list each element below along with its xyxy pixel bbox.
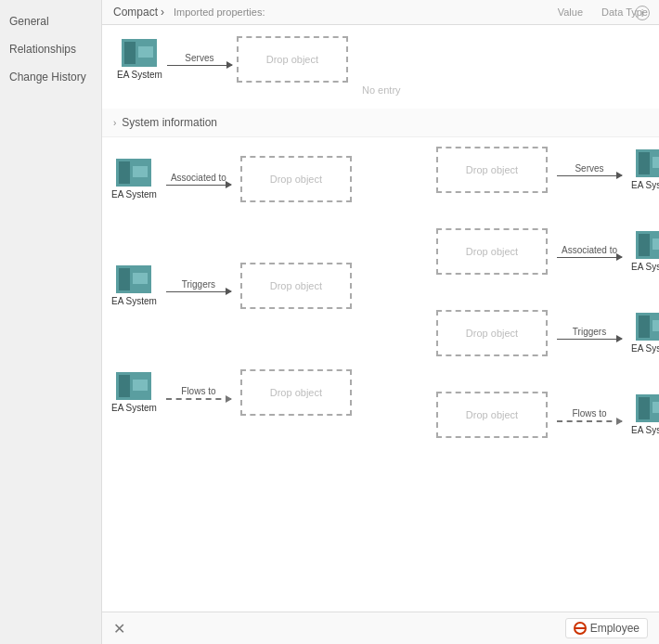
svg-rect-19 [639, 316, 650, 338]
serves-arrow-label: Serves [185, 53, 213, 63]
ea-block-right-2: EA System [631, 231, 659, 272]
serves-right-line [557, 175, 622, 176]
assoc-right-arrow: Associated to [548, 245, 631, 258]
no-entry-icon [574, 622, 587, 635]
right-row-triggers: Drop object Triggers EA System [436, 310, 659, 356]
main-panel: Compact › Imported properties: Value Dat… [102, 0, 659, 644]
sidebar-item-general[interactable]: General [0, 9, 101, 33]
triggers-right-line [557, 339, 622, 340]
serves-right-label: Serves [575, 163, 603, 174]
close-button[interactable]: ✕ [113, 620, 125, 638]
compact-button[interactable]: Compact › [113, 6, 164, 19]
imported-label: Imported properties: [174, 6, 265, 18]
svg-rect-2 [138, 46, 153, 58]
ea-block-right-4: EA System [631, 394, 659, 435]
left-row-triggers: EA System Triggers Drop object [111, 263, 352, 309]
drop-label-right-1: Drop object [466, 164, 518, 175]
no-entry-text: No entry [362, 81, 401, 99]
ea-block-left-3: EA System [111, 372, 157, 413]
left-diagram: EA System Associated to Drop object [111, 156, 352, 444]
ea-block-right-1: EA System [631, 149, 659, 190]
right-row-associated: Drop object Associated to EA System [436, 228, 659, 275]
drop-box-right-3[interactable]: Drop object [436, 310, 548, 356]
drop-label-top: Drop object [266, 54, 318, 65]
triggers-arrow: Triggers [157, 279, 240, 292]
triggers-right-label: Triggers [573, 327, 606, 337]
ea-block-top-left: EA System [117, 39, 162, 80]
ea-block-left-2: EA System [111, 265, 157, 306]
svg-rect-14 [653, 157, 659, 168]
drop-box-left-3[interactable]: Drop object [240, 369, 352, 416]
svg-rect-1 [124, 42, 136, 64]
ea-label-right-2: EA System [631, 262, 659, 272]
left-row-associated: EA System Associated to Drop object [111, 156, 352, 202]
compact-label: Compact [113, 6, 158, 19]
drop-label-left-3: Drop object [270, 387, 322, 398]
chevron-right-icon: › [161, 6, 164, 19]
ea-label-right-3: EA System [631, 343, 659, 354]
assoc-right-line [557, 257, 622, 258]
sidebar-item-relationships[interactable]: Relationships [0, 37, 101, 61]
sidebar: General Relationships Change History [0, 0, 102, 644]
flows-right-label: Flows to [572, 408, 606, 419]
drop-box-top[interactable]: Drop object [237, 36, 348, 83]
associated-label: Associated to [171, 173, 226, 183]
flows-right-arrow: Flows to [548, 408, 631, 422]
drop-label-right-4: Drop object [466, 409, 518, 420]
svg-rect-5 [133, 166, 148, 177]
drop-label-left-2: Drop object [270, 280, 322, 291]
ea-icon-right-1 [636, 149, 659, 177]
value-label: Value [558, 6, 583, 18]
associated-line [166, 185, 231, 186]
left-row-flows: EA System Flows to Drop object [111, 369, 352, 416]
triggers-label: Triggers [182, 279, 215, 290]
drop-label-right-2: Drop object [466, 246, 518, 257]
system-info-header[interactable]: › System information [102, 109, 659, 137]
svg-rect-7 [119, 268, 130, 290]
svg-rect-11 [133, 380, 148, 391]
ea-icon-right-2 [636, 231, 659, 259]
flows-label: Flows to [181, 386, 215, 396]
associated-arrow: Associated to [157, 173, 240, 186]
ea-icon-left-3 [116, 372, 151, 400]
svg-rect-17 [653, 238, 659, 250]
ea-block-left-1: EA System [111, 159, 157, 200]
drop-box-right-2[interactable]: Drop object [436, 228, 548, 275]
right-diagram: Drop object Serves EA System [436, 147, 659, 455]
flows-arrow: Flows to [157, 386, 240, 400]
bottom-bar: ✕ Employee [102, 612, 659, 644]
svg-rect-10 [119, 375, 130, 397]
chevron-right-icon-section: › [113, 118, 116, 128]
ea-icon-left-1 [116, 159, 151, 187]
info-icon[interactable]: i [635, 6, 650, 20]
ea-block-right-3: EA System [631, 313, 659, 354]
ea-label-left-3: EA System [111, 403, 157, 413]
serves-arrow-line [167, 65, 232, 66]
top-serves-row: EA System Serves Drop object No entry [102, 25, 659, 83]
flows-line [166, 398, 231, 400]
employee-tag[interactable]: Employee [565, 618, 648, 638]
right-row-serves: Drop object Serves EA System [436, 147, 659, 193]
drop-box-left-2[interactable]: Drop object [240, 263, 352, 309]
drop-box-left-1[interactable]: Drop object [240, 156, 352, 202]
triggers-line [166, 291, 231, 292]
employee-label: Employee [590, 622, 640, 635]
ea-icon-right-4 [636, 394, 659, 422]
svg-rect-23 [653, 402, 659, 413]
ea-label-right-1: EA System [631, 180, 659, 190]
drop-box-right-1[interactable]: Drop object [436, 147, 548, 193]
ea-label-top-left: EA System [117, 70, 162, 80]
drop-label-left-1: Drop object [270, 174, 322, 185]
ea-icon-right-3 [636, 313, 659, 341]
drop-box-right-4[interactable]: Drop object [436, 392, 548, 438]
ea-icon-left-2 [116, 265, 151, 293]
svg-rect-13 [639, 152, 650, 174]
sidebar-item-change-history[interactable]: Change History [0, 65, 101, 89]
right-row-flows: Drop object Flows to EA System [436, 392, 659, 438]
serves-arrow-container: Serves [162, 53, 237, 66]
triggers-right-arrow: Triggers [548, 327, 631, 340]
assoc-right-label: Associated to [562, 245, 617, 255]
svg-rect-8 [133, 273, 148, 284]
svg-rect-22 [639, 397, 650, 419]
ea-label-right-4: EA System [631, 425, 659, 435]
